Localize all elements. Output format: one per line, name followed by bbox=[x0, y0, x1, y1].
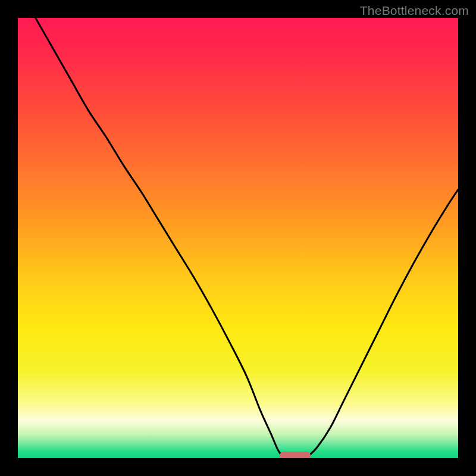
bottleneck-curve bbox=[18, 18, 458, 458]
optimal-range-marker bbox=[280, 452, 311, 458]
watermark-text: TheBottleneck.com bbox=[360, 4, 469, 18]
plot-area bbox=[18, 18, 458, 458]
chart-frame: TheBottleneck.com bbox=[0, 0, 476, 476]
